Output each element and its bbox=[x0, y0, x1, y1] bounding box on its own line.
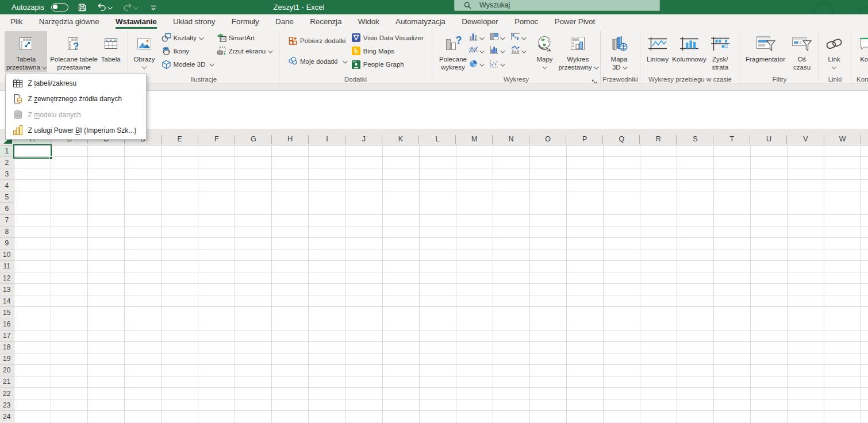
search-box[interactable]: Wyszukaj bbox=[454, 0, 660, 11]
row-header-12[interactable]: 12 bbox=[0, 272, 14, 284]
button-obrazy[interactable]: Obrazy bbox=[132, 31, 157, 72]
column-header-F[interactable]: F bbox=[198, 129, 235, 145]
row-header-5[interactable]: 5 bbox=[0, 191, 14, 203]
button-fragmentator[interactable]: Fragmentator bbox=[744, 31, 787, 72]
row-header-10[interactable]: 10 bbox=[0, 249, 14, 261]
column-header-V[interactable]: V bbox=[787, 129, 824, 145]
button-pobierz-dodatki[interactable]: Pobierz dodatki bbox=[288, 34, 347, 47]
button-people-graph[interactable]: People Graph bbox=[351, 58, 424, 71]
button-ikony[interactable]: Ikony bbox=[162, 44, 213, 57]
row-header-2[interactable]: 2 bbox=[0, 157, 14, 168]
button-chart-waterfall[interactable] bbox=[510, 31, 532, 44]
selected-cell-a1[interactable] bbox=[13, 144, 52, 159]
undo-button[interactable] bbox=[96, 2, 107, 13]
row-header-20[interactable]: 20 bbox=[0, 365, 14, 376]
row-header-6[interactable]: 6 bbox=[0, 203, 14, 214]
column-header-Q[interactable]: Q bbox=[603, 129, 640, 145]
column-header-R[interactable]: R bbox=[640, 129, 677, 145]
column-header-E[interactable]: E bbox=[162, 129, 198, 145]
column-header-G[interactable]: G bbox=[235, 129, 272, 145]
tab-uklad-strony[interactable]: Układ strony bbox=[173, 14, 215, 29]
row-header-1[interactable]: 1 bbox=[0, 145, 14, 157]
button-chart-scatter[interactable] bbox=[489, 58, 510, 71]
row-header-23[interactable]: 23 bbox=[0, 399, 14, 411]
tab-pomoc[interactable]: Pomoc bbox=[514, 14, 538, 29]
button-tabela-przestawna[interactable]: Tabelaprzestawna bbox=[5, 31, 47, 72]
menu-item-z-uslugi-power-bi[interactable]: Z usługi Power BI (Imperium Szk...) bbox=[6, 123, 146, 139]
button-chart-pie[interactable] bbox=[468, 58, 490, 71]
fill-handle[interactable] bbox=[49, 156, 53, 160]
row-header-24[interactable]: 24 bbox=[0, 411, 14, 422]
button-kolumnowy[interactable]: Kolumnowy bbox=[670, 31, 708, 72]
button-smartart[interactable]: SmartArt bbox=[217, 31, 272, 44]
tab-wstawianie[interactable]: Wstawianie bbox=[116, 14, 157, 29]
qat-customize-button[interactable] bbox=[148, 2, 159, 13]
button-chart-column[interactable] bbox=[468, 31, 490, 44]
column-header-S[interactable]: S bbox=[677, 129, 713, 145]
button-wykres-przestawny[interactable]: Wykresprzestawny bbox=[556, 31, 599, 72]
button-mapy[interactable]: Mapy bbox=[533, 31, 555, 72]
button-liniowy[interactable]: Liniowy bbox=[645, 31, 670, 72]
row-header-17[interactable]: 17 bbox=[0, 330, 14, 342]
column-header-O[interactable]: O bbox=[529, 129, 566, 145]
column-header-U[interactable]: U bbox=[750, 129, 787, 145]
button-os-czasu[interactable]: Ośczasu bbox=[789, 31, 815, 72]
redo-button[interactable] bbox=[122, 2, 133, 13]
menu-item-z-modelu-danych[interactable]: Z modelu danych bbox=[6, 107, 146, 123]
button-polecane-wykresy[interactable]: ?Polecanewykresy bbox=[437, 31, 468, 72]
column-header-I[interactable]: I bbox=[309, 129, 345, 145]
tab-automatyzacja[interactable]: Automatyzacja bbox=[395, 14, 445, 29]
row-header-7[interactable]: 7 bbox=[0, 215, 14, 226]
tab-power-pivot[interactable]: Power Pivot bbox=[555, 14, 595, 29]
tab-narzedzia-glowne[interactable]: Narzędzia główne bbox=[39, 14, 99, 29]
row-header-11[interactable]: 11 bbox=[0, 261, 14, 272]
column-header-T[interactable]: T bbox=[713, 129, 750, 145]
button-mapa-3d[interactable]: Mapa3D bbox=[608, 31, 631, 72]
button-zysk-strata[interactable]: Zysk/strata bbox=[708, 31, 732, 72]
dialog-launcher-wykresy[interactable] bbox=[591, 79, 598, 86]
sheet-cells[interactable] bbox=[14, 145, 868, 423]
button-link[interactable]: Link bbox=[823, 31, 846, 72]
column-header-partial[interactable] bbox=[861, 129, 868, 145]
tab-formuly[interactable]: Formuły bbox=[232, 14, 259, 29]
button-komentarz[interactable]: Kom bbox=[857, 31, 868, 72]
autosave-toggle[interactable] bbox=[51, 3, 68, 11]
tab-plik[interactable]: Plik bbox=[10, 14, 22, 29]
button-visio-data-visualizer[interactable]: Visio Data Visualizer bbox=[351, 31, 424, 44]
row-header-21[interactable]: 21 bbox=[0, 376, 14, 388]
button-zrzut-ekranu[interactable]: Zrzut ekranu bbox=[217, 44, 272, 57]
column-header-M[interactable]: M bbox=[456, 129, 493, 145]
button-moje-dodatki[interactable]: Moje dodatki bbox=[288, 55, 347, 68]
column-header-W[interactable]: W bbox=[824, 129, 861, 145]
row-header-3[interactable]: 3 bbox=[0, 168, 14, 180]
menu-item-z-tabeli-zakresu[interactable]: Z tabeli/zakresu bbox=[6, 75, 146, 91]
row-header-18[interactable]: 18 bbox=[0, 342, 14, 353]
button-polecane-tabele-przestawne[interactable]: ?Polecane tabeleprzestawne bbox=[48, 31, 99, 72]
row-header-14[interactable]: 14 bbox=[0, 295, 14, 307]
button-tabela[interactable]: Tabela bbox=[99, 31, 122, 72]
tab-widok[interactable]: Widok bbox=[358, 14, 379, 29]
row-header-8[interactable]: 8 bbox=[0, 226, 14, 238]
row-header-22[interactable]: 22 bbox=[0, 388, 14, 399]
menu-item-z-zewnetrznego-zrodla[interactable]: Z zewnętrznego źródła danych bbox=[6, 91, 146, 107]
column-header-K[interactable]: K bbox=[382, 129, 419, 145]
save-button[interactable] bbox=[76, 2, 88, 13]
button-ksztalty[interactable]: Kształty bbox=[162, 31, 213, 44]
row-header-19[interactable]: 19 bbox=[0, 353, 14, 365]
column-header-P[interactable]: P bbox=[566, 129, 603, 145]
column-header-N[interactable]: N bbox=[493, 129, 529, 145]
column-header-H[interactable]: H bbox=[272, 129, 309, 145]
redo-menu-chevron[interactable] bbox=[134, 3, 140, 12]
column-header-J[interactable]: J bbox=[345, 129, 382, 145]
row-header-15[interactable]: 15 bbox=[0, 307, 14, 318]
row-header-9[interactable]: 9 bbox=[0, 238, 14, 249]
button-chart-hierarchy[interactable] bbox=[489, 31, 510, 44]
button-chart-combo[interactable] bbox=[510, 44, 532, 57]
undo-menu-chevron[interactable] bbox=[108, 3, 114, 12]
row-header-13[interactable]: 13 bbox=[0, 284, 14, 295]
button-chart-statistic[interactable] bbox=[489, 44, 510, 57]
row-header-4[interactable]: 4 bbox=[0, 180, 14, 191]
row-header-16[interactable]: 16 bbox=[0, 318, 14, 330]
button-bing-maps[interactable]: bBing Maps bbox=[351, 44, 424, 57]
tab-recenzja[interactable]: Recenzja bbox=[310, 14, 341, 29]
